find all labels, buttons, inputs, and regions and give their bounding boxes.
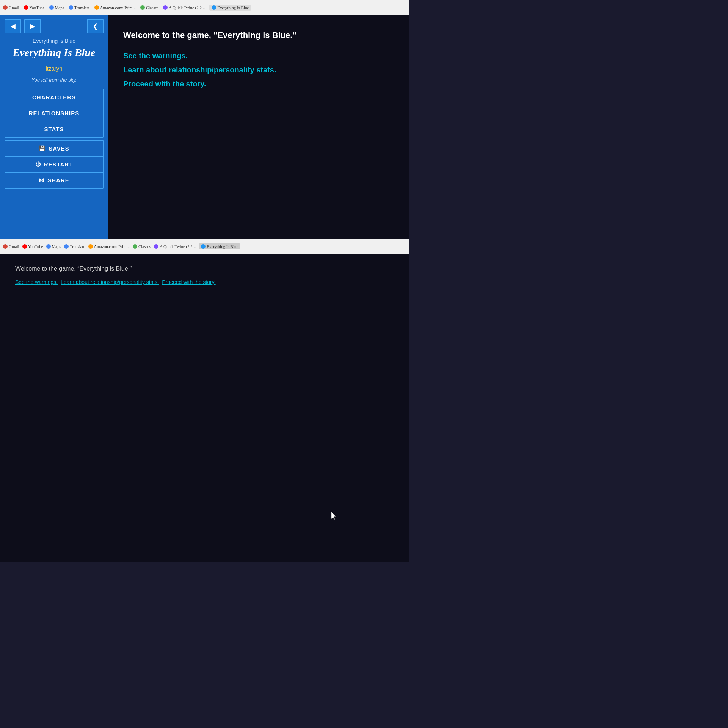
- restart-button[interactable]: ⏻ RESTART: [5, 157, 103, 173]
- amazon-tab-label[interactable]: Amazon.com: Prim...: [94, 5, 136, 10]
- bottom-amazon-icon: [88, 244, 93, 249]
- translate-icon: [69, 5, 73, 10]
- bottom-everything-label[interactable]: Everything Is Blue: [199, 243, 240, 249]
- welcome-title: Welcome to the game, "Everything is Blue…: [123, 30, 394, 40]
- collapse-button[interactable]: ❮: [87, 19, 104, 33]
- share-label: SHARE: [47, 177, 69, 184]
- youtube-icon: [24, 5, 28, 10]
- browser-toolbar: Gmail YouTube Maps Translate Amazon.com:…: [0, 0, 410, 15]
- bottom-gmail-icon: [3, 244, 8, 249]
- saves-icon: 💾: [39, 145, 46, 151]
- bottom-youtube-label[interactable]: YouTube: [22, 244, 43, 249]
- share-button[interactable]: ⋈ SHARE: [5, 173, 103, 188]
- sidebar-title: Everything Is Blue: [0, 45, 108, 64]
- classes-tab-label[interactable]: Classes: [140, 5, 158, 10]
- twine-tab-label[interactable]: A Quick Twine (2.2...: [163, 5, 205, 10]
- bottom-story-link[interactable]: Proceed with the story.: [162, 279, 215, 285]
- forward-button[interactable]: ▶: [24, 19, 41, 33]
- gmail-tab-label[interactable]: Gmail: [3, 5, 19, 10]
- bottom-everything-icon: [201, 244, 206, 249]
- bottom-amazon-label[interactable]: Amazon.com: Prim...: [88, 244, 130, 249]
- bottom-twine-icon: [154, 244, 158, 249]
- amazon-icon: [94, 5, 99, 10]
- saves-label: SAVES: [49, 145, 69, 152]
- sidebar-menu: CHARACTERS RELATIONSHIPS STATS: [5, 89, 104, 138]
- bottom-warnings-link[interactable]: See the warnings.: [15, 279, 58, 285]
- sidebar-tagline: You fell from the sky.: [0, 75, 108, 89]
- bottom-youtube-icon: [22, 244, 27, 249]
- saves-button[interactable]: 💾 SAVES: [5, 141, 103, 157]
- bottom-classes-icon: [133, 244, 137, 249]
- bottom-translate-icon: [64, 244, 69, 249]
- gmail-icon: [3, 5, 8, 10]
- restart-icon: ⏻: [35, 161, 41, 167]
- twine-icon: [163, 5, 168, 10]
- sidebar-author: itzaryn: [0, 64, 108, 75]
- bottom-translate-label[interactable]: Translate: [64, 244, 85, 249]
- classes-icon: [140, 5, 145, 10]
- share-icon: ⋈: [39, 177, 44, 183]
- sidebar-subtitle: Everything Is Blue: [0, 37, 108, 45]
- bottom-stats-link[interactable]: Learn about relationship/personality sta…: [61, 279, 159, 285]
- story-link[interactable]: Proceed with the story.: [123, 80, 394, 88]
- maps-tab-label[interactable]: Maps: [49, 5, 64, 10]
- bottom-classes-label[interactable]: Classes: [133, 244, 151, 249]
- bottom-maps-icon: [46, 244, 51, 249]
- sidebar-nav: ◀ ▶ ❮: [0, 15, 108, 37]
- top-half: ◀ ▶ ❮ Everything Is Blue Everything Is B…: [0, 15, 410, 239]
- bottom-half: Welcome to the game, “Everything is Blue…: [0, 254, 410, 562]
- bottom-maps-label[interactable]: Maps: [46, 244, 61, 249]
- characters-button[interactable]: CHARACTERS: [5, 89, 103, 105]
- bottom-welcome-title: Welcome to the game, “Everything is Blue…: [15, 265, 394, 272]
- maps-icon: [49, 5, 54, 10]
- bottom-browser-toolbar: Gmail YouTube Maps Translate Amazon.com:…: [0, 239, 410, 254]
- sidebar-actions: 💾 SAVES ⏻ RESTART ⋈ SHARE: [5, 140, 104, 189]
- back-button[interactable]: ◀: [5, 19, 21, 33]
- main-content: Welcome to the game, "Everything is Blue…: [108, 15, 410, 239]
- relationships-button[interactable]: RELATIONSHIPS: [5, 105, 103, 121]
- mouse-cursor: [331, 512, 337, 520]
- sidebar: ◀ ▶ ❮ Everything Is Blue Everything Is B…: [0, 15, 108, 239]
- everything-tab-label[interactable]: Everything Is Blue: [209, 5, 251, 11]
- warnings-link[interactable]: See the warnings.: [123, 52, 394, 60]
- bottom-links: See the warnings. Learn about relationsh…: [15, 279, 394, 285]
- bottom-twine-label[interactable]: A Quick Twine (2.2...: [154, 244, 196, 249]
- youtube-tab-label[interactable]: YouTube: [24, 5, 45, 10]
- cursor-area: [15, 285, 394, 551]
- bottom-gmail-label[interactable]: Gmail: [3, 244, 19, 249]
- restart-label: RESTART: [44, 161, 73, 168]
- translate-tab-label[interactable]: Translate: [69, 5, 90, 10]
- stats-button[interactable]: STATS: [5, 121, 103, 137]
- stats-link[interactable]: Learn about relationship/personality sta…: [123, 66, 394, 74]
- everything-icon: [212, 5, 216, 10]
